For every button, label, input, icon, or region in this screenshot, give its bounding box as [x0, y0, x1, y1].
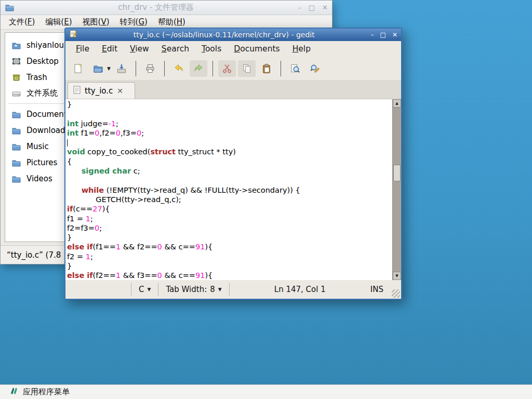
- code-line: }: [67, 261, 392, 271]
- undo-button[interactable]: [170, 60, 188, 77]
- folder-icon: [5, 3, 14, 12]
- folder-icon: [11, 142, 21, 151]
- toolbar-separator: [281, 61, 281, 76]
- scrollbar-trough[interactable]: [393, 108, 401, 272]
- gedit-menu-v[interactable]: View: [124, 42, 155, 56]
- code-line: [67, 109, 392, 118]
- scrollbar-thumb[interactable]: [393, 165, 401, 181]
- tab-width-combo[interactable]: Tab Width: 8 ▼: [158, 280, 229, 299]
- chevron-down-icon: ▼: [147, 287, 151, 292]
- gedit-window: tty_io.c (~/oslab/linux-0.11/kernel/chr_…: [64, 28, 402, 300]
- paste-button[interactable]: [258, 60, 275, 77]
- place-label: Desktop: [26, 57, 59, 66]
- fm-menu-v[interactable]: 视图(V): [77, 16, 115, 29]
- taskbar: 应用程序菜单: [0, 384, 532, 399]
- resize-grip[interactable]: [392, 289, 400, 298]
- code-line: void copy_to_cooked(struct tty_struct * …: [67, 147, 392, 156]
- minimize-icon[interactable]: –: [298, 4, 301, 11]
- new-document-icon: [73, 63, 84, 74]
- scroll-up-icon[interactable]: ▲: [393, 99, 401, 108]
- cut-icon: [221, 63, 233, 74]
- print-button[interactable]: [141, 60, 159, 77]
- folder-icon: [11, 158, 21, 167]
- applications-menu-icon: [9, 387, 18, 397]
- applications-menu-button[interactable]: 应用程序菜单: [5, 385, 74, 398]
- minimize-icon[interactable]: –: [371, 32, 374, 38]
- code-editor[interactable]: }int judge=-1;int f1=0,f2=0,f3=0;void co…: [65, 99, 392, 280]
- fm-menu-h[interactable]: 帮助(H): [153, 16, 191, 29]
- find-button[interactable]: [286, 60, 304, 77]
- file-manager-titlebar[interactable]: chr_drv - 文件管理器 – □ ✕: [1, 1, 332, 15]
- open-button[interactable]: [89, 60, 107, 77]
- tab-tty-io-c[interactable]: tty_io.c ✕: [68, 82, 135, 99]
- print-icon: [144, 63, 156, 74]
- gedit-titlebar[interactable]: tty_io.c (~/oslab/linux-0.11/kernel/chr_…: [65, 29, 401, 41]
- cut-button: [218, 60, 236, 77]
- code-line: f1 = 1;: [67, 214, 392, 223]
- gedit-menu-f[interactable]: File: [70, 42, 96, 56]
- close-icon[interactable]: ✕: [392, 32, 397, 38]
- code-line: }: [67, 100, 392, 109]
- drive-icon: [11, 89, 21, 98]
- open-dropdown-caret-icon[interactable]: ▼: [107, 66, 111, 71]
- place-label: 文件系统: [26, 88, 58, 98]
- trash-icon: [11, 73, 21, 82]
- close-icon[interactable]: ✕: [322, 4, 328, 11]
- code-line: GETCH(tty->read_q,c);: [67, 195, 392, 204]
- language-value: C: [139, 285, 144, 294]
- replace-button[interactable]: [306, 60, 324, 77]
- text-cursor: [67, 139, 68, 147]
- place-label: Videos: [26, 174, 52, 183]
- language-combo[interactable]: C ▼: [131, 280, 158, 299]
- gedit-toolbar: ▼: [65, 57, 401, 81]
- place-label: Pictures: [26, 158, 57, 167]
- copy-icon: [241, 63, 252, 74]
- redo-icon: [193, 63, 204, 74]
- toolbar-separator: [136, 61, 136, 76]
- save-button[interactable]: [113, 60, 130, 77]
- vertical-scrollbar[interactable]: ▲ ▼: [392, 99, 401, 280]
- code-line: while (!EMPTY(tty->read_q) && !FULL(tty-…: [67, 185, 392, 195]
- window-title: tty_io.c (~/oslab/linux-0.11/kernel/chr_…: [77, 31, 371, 39]
- desktop-icon: [11, 57, 21, 66]
- gedit-menu-e[interactable]: Edit: [96, 42, 124, 56]
- find-icon: [289, 63, 301, 74]
- save-icon: [116, 63, 127, 74]
- undo-icon: [173, 63, 184, 74]
- folder-icon: [11, 174, 21, 183]
- tab-width-label: Tab Width:: [166, 285, 207, 294]
- scroll-down-icon[interactable]: ▼: [393, 272, 401, 280]
- redo-button: [190, 60, 207, 77]
- folder-icon: [11, 126, 21, 135]
- code-line: f2 = 1;: [67, 252, 392, 261]
- toolbar-separator: [164, 61, 165, 76]
- applications-menu-label: 应用程序菜单: [23, 387, 70, 397]
- gedit-menubar: FileEditViewSearchToolsDocumentsHelp: [65, 41, 401, 57]
- gedit-menu-s[interactable]: Search: [155, 42, 195, 56]
- code-line: int f1=0,f2=0,f3=0;: [67, 128, 392, 138]
- new-document-button[interactable]: [70, 60, 87, 77]
- code-line: else if(f1==1 && f2==0 && c==91){: [67, 242, 392, 251]
- fm-menu-e[interactable]: 编辑(E): [40, 16, 77, 29]
- fm-menu-f[interactable]: 文件(F): [4, 16, 40, 29]
- folder-icon: [11, 110, 21, 119]
- code-line: [67, 176, 392, 185]
- maximize-icon[interactable]: □: [309, 4, 315, 11]
- tab-label: tty_io.c: [85, 86, 113, 96]
- gedit-menu-t[interactable]: Tools: [195, 42, 228, 56]
- fm-menu-g[interactable]: 转到(G): [115, 16, 153, 29]
- open-icon: [92, 63, 104, 74]
- tab-close-icon[interactable]: ✕: [117, 87, 123, 95]
- code-line: else if(f2==1 && f3==0 && c==91){: [67, 271, 392, 280]
- paste-icon: [261, 63, 272, 74]
- cursor-position: Ln 147, Col 1: [230, 285, 370, 294]
- gedit-menu-d[interactable]: Documents: [228, 42, 286, 56]
- window-title: chr_drv - 文件管理器: [14, 3, 298, 12]
- gedit-statusbar: C ▼ Tab Width: 8 ▼ Ln 147, Col 1 INS: [65, 280, 401, 299]
- maximize-icon[interactable]: □: [380, 32, 386, 38]
- status-text: “tty_io.c” (7.8: [7, 250, 61, 260]
- code-line: int judge=-1;: [67, 119, 392, 128]
- place-label: shiyanlou: [26, 41, 64, 50]
- toolbar-separator: [212, 61, 213, 76]
- gedit-menu-h[interactable]: Help: [286, 42, 317, 56]
